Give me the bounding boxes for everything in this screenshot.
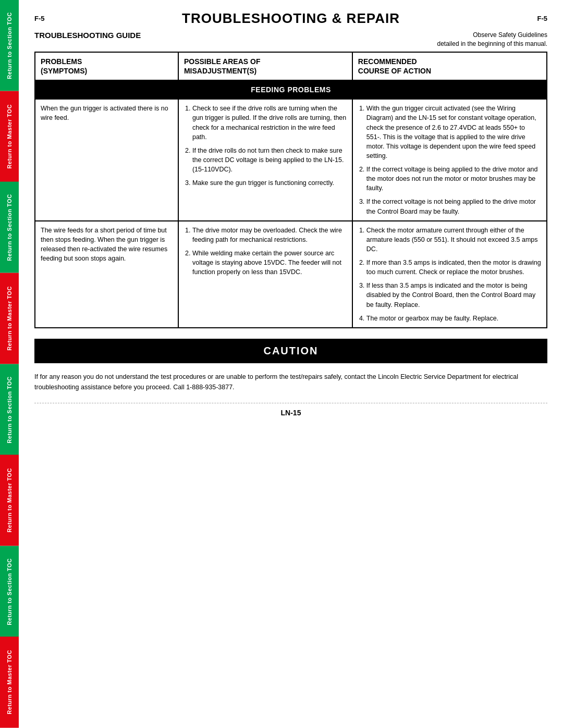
dashed-divider <box>34 403 547 403</box>
list-item: If less than 3.5 amps is indicated and t… <box>366 281 541 309</box>
caution-box: CAUTION <box>34 339 547 363</box>
list-item: Check the motor armature current through… <box>366 226 541 254</box>
list-item: If the drive rolls do not turn then chec… <box>192 146 347 174</box>
section-header-row: TROUBLESHOOTING GUIDE Observe Safety Gui… <box>34 31 547 48</box>
return-section-toc-2[interactable]: Return to Section TOC <box>0 182 19 273</box>
return-master-toc-4[interactable]: Return to Master TOC <box>0 637 19 728</box>
list-item: With the gun trigger circuit activated (… <box>366 104 541 161</box>
return-master-toc-3[interactable]: Return to Master TOC <box>0 455 19 546</box>
return-section-toc-3[interactable]: Return to Section TOC <box>0 364 19 455</box>
list-item: While welding make certain the power sou… <box>192 249 347 277</box>
caution-text: If for any reason you do not understand … <box>34 372 547 392</box>
possible-cell-1: Check to see if the drive rolls are turn… <box>178 99 352 220</box>
return-section-toc-4[interactable]: Return to Section TOC <box>0 546 19 637</box>
footer-page-id: LN-15 <box>281 409 301 417</box>
page-number-left: F-5 <box>34 15 45 22</box>
feeding-header-row: FEEDING PROBLEMS <box>35 80 547 99</box>
feeding-header-cell: FEEDING PROBLEMS <box>35 80 547 99</box>
safety-note-line1: Observe Safety Guidelines <box>473 31 547 39</box>
table-header-row: PROBLEMS (SYMPTOMS) POSSIBLE AREAS OF MI… <box>35 52 547 80</box>
return-master-toc-2[interactable]: Return to Master TOC <box>0 273 19 364</box>
safety-note-line2: detailed in the beginning of this manual… <box>437 40 547 47</box>
safety-note: Observe Safety Guidelines detailed in th… <box>437 31 547 48</box>
return-section-toc-1[interactable]: Return to Section TOC <box>0 0 19 91</box>
possible-cell-2: The drive motor may be overloaded. Check… <box>178 221 352 328</box>
problem-cell-1: When the gun trigger is activated there … <box>35 99 178 220</box>
problem-text-2: The wire feeds for a short period of tim… <box>41 227 167 262</box>
caution-label: CAUTION <box>263 345 318 356</box>
list-item: If the correct voltage is not being appl… <box>366 197 541 216</box>
col-header-possible: POSSIBLE AREAS OF MISADJUSTMENT(S) <box>178 52 352 80</box>
section-title: TROUBLESHOOTING GUIDE <box>34 31 141 40</box>
recommended-cell-2: Check the motor armature current through… <box>352 221 547 328</box>
problem-cell-2: The wire feeds for a short period of tim… <box>35 221 178 328</box>
page-title: TROUBLESHOOTING & REPAIR <box>45 10 537 27</box>
problem-text-1: When the gun trigger is activated there … <box>41 105 168 121</box>
possible-list-1: Check to see if the drive rolls are turn… <box>184 104 347 188</box>
page-header: F-5 TROUBLESHOOTING & REPAIR F-5 <box>34 10 547 27</box>
table-row: The wire feeds for a short period of tim… <box>35 221 547 328</box>
main-content: F-5 TROUBLESHOOTING & REPAIR F-5 TROUBLE… <box>19 0 563 728</box>
list-item: Make sure the gun trigger is functioning… <box>192 178 347 188</box>
list-item: If the correct voltage is being applied … <box>366 165 541 193</box>
list-item: If more than 3.5 amps is indicated, then… <box>366 258 541 277</box>
table-row: When the gun trigger is activated there … <box>35 99 547 220</box>
col-header-recommended: RECOMMENDED COURSE OF ACTION <box>352 52 547 80</box>
list-item: The motor or gearbox may be faulty. Repl… <box>366 314 541 323</box>
troubleshooting-table: PROBLEMS (SYMPTOMS) POSSIBLE AREAS OF MI… <box>34 52 547 328</box>
list-item: The drive motor may be overloaded. Check… <box>192 226 347 244</box>
recommended-list-2: Check the motor armature current through… <box>358 226 541 323</box>
list-item: Check to see if the drive rolls are turn… <box>192 104 347 142</box>
possible-list-2: The drive motor may be overloaded. Check… <box>184 226 347 277</box>
page-number-right: F-5 <box>537 15 548 22</box>
recommended-list-1: With the gun trigger circuit activated (… <box>358 104 541 216</box>
sidebar: Return to Section TOC Return to Master T… <box>0 0 19 728</box>
page-footer: LN-15 <box>34 409 547 417</box>
return-master-toc-1[interactable]: Return to Master TOC <box>0 91 19 182</box>
recommended-cell-1: With the gun trigger circuit activated (… <box>352 99 547 220</box>
col-header-problems: PROBLEMS (SYMPTOMS) <box>35 52 178 80</box>
